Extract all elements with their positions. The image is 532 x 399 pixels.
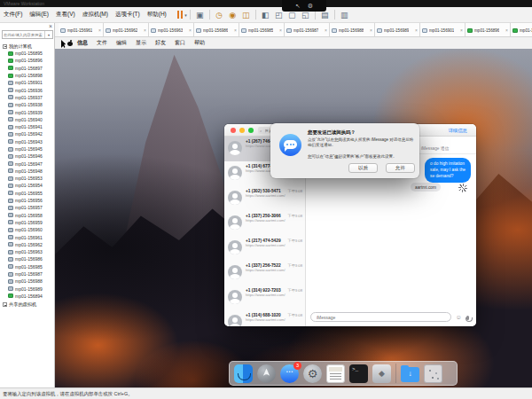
close-traffic-light[interactable]: [231, 128, 236, 133]
sidebar-vm-item[interactable]: mp01-156938: [0, 101, 55, 108]
zoom-traffic-light[interactable]: [248, 128, 254, 133]
pause-button[interactable]: ▾: [177, 11, 187, 19]
sidebar-vm-item[interactable]: mp01-156946: [0, 153, 55, 160]
sidebar-vm-item[interactable]: mp01-156987: [0, 270, 55, 278]
menu-帮助(H)[interactable]: 帮助(H): [144, 11, 170, 19]
tab-close-icon[interactable]: ×: [460, 27, 463, 33]
sidebar-vm-item[interactable]: mp01-156901: [0, 79, 55, 86]
mac-menu-文件[interactable]: 文件: [92, 39, 112, 47]
mac-menu-窗口[interactable]: 窗口: [170, 39, 190, 47]
sidebar-vm-item[interactable]: mp01-156989: [0, 286, 55, 293]
conversation-row[interactable]: 下午3:08+1 (314) 688-1020https://www.aartm…: [224, 310, 305, 326]
allow-button[interactable]: 允许: [386, 163, 415, 173]
tab-close-icon[interactable]: ×: [505, 27, 508, 33]
tab-close-icon[interactable]: ×: [370, 27, 372, 33]
vm-tab[interactable]: mp01-156989×: [375, 23, 420, 37]
show-library-icon[interactable]: ◧: [260, 9, 271, 20]
mac-menu-帮助[interactable]: 帮助: [190, 39, 209, 47]
vm-tab[interactable]: mp01-1568×: [511, 23, 532, 37]
vm-tab[interactable]: mp01-156988×: [330, 23, 375, 37]
microphone-icon[interactable]: [466, 316, 469, 320]
take-snapshot-icon[interactable]: ◉: [227, 9, 239, 20]
later-button[interactable]: 以后: [348, 163, 378, 173]
tree-shared-vms[interactable]: 共享的虚拟机: [0, 300, 55, 308]
vm-tab[interactable]: mp01-156985×: [239, 23, 285, 37]
tab-close-icon[interactable]: ×: [98, 27, 101, 33]
sidebar-vm-item[interactable]: mp01-156940: [0, 116, 55, 123]
apple-menu-icon[interactable]: [67, 40, 73, 46]
tab-close-icon[interactable]: ×: [325, 27, 327, 33]
sidebar-vm-item[interactable]: mp01-156953: [0, 175, 55, 182]
emoji-icon[interactable]: ☺: [456, 314, 462, 320]
textedit-icon[interactable]: [326, 364, 345, 383]
vm-tab[interactable]: mp01-156961×: [59, 23, 104, 37]
mac-menu-好友[interactable]: 好友: [151, 39, 170, 47]
trash-icon[interactable]: [424, 364, 442, 383]
tab-close-icon[interactable]: ×: [189, 27, 192, 33]
sidebar-vm-item[interactable]: mp01-156936: [0, 86, 55, 93]
system-preferences-icon[interactable]: ⚙: [303, 364, 322, 383]
terminal-icon[interactable]: [349, 364, 368, 383]
menu-查看(V)[interactable]: 查看(V): [52, 11, 79, 19]
launchpad-icon[interactable]: [257, 364, 276, 383]
sidebar-vm-item[interactable]: mp01-156960: [0, 226, 55, 233]
snapshot-manager-icon[interactable]: ◫: [240, 9, 252, 20]
tab-close-icon[interactable]: ×: [144, 27, 146, 33]
sidebar-vm-item[interactable]: mp01-156956: [0, 197, 55, 204]
fullscreen-icon[interactable]: ▥: [339, 9, 350, 20]
sidebar-vm-item[interactable]: mp01-156894: [0, 293, 55, 300]
sidebar-vm-item[interactable]: mp01-156988: [0, 278, 55, 285]
guest-screen[interactable]: 信息文件编辑显示好友窗口帮助 ⌕ 详细信息 +1 (267) 746-https…: [55, 37, 532, 387]
sidebar-vm-item[interactable]: mp01-156945: [0, 145, 55, 153]
screen-overlay-widget[interactable]: ↖⚙: [282, 0, 326, 12]
vm-tab[interactable]: mp01-156987×: [285, 23, 330, 37]
mac-menu-显示[interactable]: 显示: [131, 39, 151, 47]
sidebar-vm-item[interactable]: mp01-156942: [0, 130, 55, 137]
vm-tab[interactable]: mp01-156962×: [104, 23, 149, 37]
collapse-icon[interactable]: [3, 44, 7, 49]
vm-tab[interactable]: mp01-156901×: [420, 23, 466, 37]
mac-menu-信息[interactable]: 信息: [73, 39, 92, 47]
gear-icon[interactable]: ⚙: [308, 3, 313, 10]
sidebar-vm-item[interactable]: mp01-156985: [0, 263, 55, 270]
mac-menu-编辑[interactable]: 编辑: [112, 39, 131, 47]
tab-close-icon[interactable]: ×: [279, 27, 282, 33]
window-titlebar[interactable]: VMware Workstation: [0, 0, 532, 7]
message-input[interactable]: [315, 314, 447, 321]
installer-icon[interactable]: ◆: [372, 364, 391, 383]
minimize-traffic-light[interactable]: [239, 128, 245, 133]
sidebar-vm-item[interactable]: mp01-156896: [0, 57, 55, 64]
conversation-row[interactable]: 下午3:08+1 (337) 256-7522https://www.aartm…: [224, 261, 305, 286]
conversation-row[interactable]: 下午3:08+1 (217) 474-5429https://www.aartm…: [224, 236, 305, 261]
sidebar-vm-item[interactable]: mp01-156986: [0, 255, 55, 262]
sidebar-vm-item[interactable]: mp01-156961: [0, 233, 55, 240]
conversation-row[interactable]: 下午3:08+1 (314) 922-7203https://www.aartm…: [224, 286, 305, 310]
sidebar-vm-item[interactable]: mp01-156895: [0, 50, 55, 57]
vm-tab[interactable]: mp01-156896×: [466, 23, 511, 37]
sidebar-vm-item[interactable]: mp01-156941: [0, 123, 55, 130]
vm-tab[interactable]: mp01-156963×: [149, 23, 194, 37]
sidebar-vm-item[interactable]: mp01-156955: [0, 190, 55, 197]
finder-icon[interactable]: [234, 364, 253, 383]
messages-icon[interactable]: 3: [280, 364, 299, 383]
sidebar-vm-item[interactable]: mp01-156962: [0, 241, 55, 248]
downloads-folder-icon[interactable]: [401, 367, 419, 382]
sidebar-vm-item[interactable]: mp01-156963: [0, 248, 55, 255]
revert-snapshot-icon[interactable]: ◷: [214, 9, 225, 20]
tree-root-my-computer[interactable]: 我的计算机: [0, 43, 55, 50]
send-ctrl-alt-del-icon[interactable]: ▣: [194, 9, 206, 20]
menu-选项卡(T)[interactable]: 选项卡(T): [112, 11, 144, 19]
tab-close-icon[interactable]: ×: [234, 27, 237, 33]
sidebar-vm-item[interactable]: mp01-156947: [0, 160, 55, 167]
details-button[interactable]: 详细信息: [448, 128, 467, 134]
sidebar-vm-item[interactable]: mp01-156957: [0, 204, 55, 211]
sidebar-vm-item[interactable]: mp01-156954: [0, 182, 55, 189]
menu-编辑(E)[interactable]: 编辑(E): [26, 11, 52, 19]
sidebar-vm-item[interactable]: mp01-156937: [0, 94, 55, 101]
sidebar-vm-item[interactable]: mp01-156958: [0, 212, 55, 219]
library-search-input[interactable]: [3, 33, 44, 37]
sidebar-vm-item[interactable]: mp01-156898: [0, 72, 55, 79]
vm-tab[interactable]: mp01-156986×: [194, 23, 239, 37]
conversation-row[interactable]: 下午3:08+1 (302) 530-5471https://www.aartm…: [224, 186, 305, 211]
conversation-row[interactable]: 下午3:08+1 (337) 250-3066https://www.aartm…: [224, 211, 305, 236]
